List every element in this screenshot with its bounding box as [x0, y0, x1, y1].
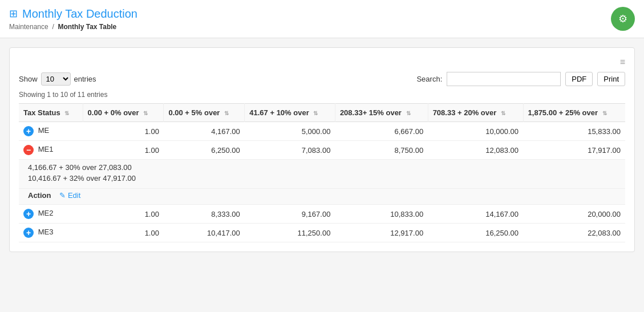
- tax-status-value: ME: [38, 126, 50, 135]
- cell-col5: 12,083.00: [428, 141, 523, 160]
- tax-status-value: ME1: [38, 145, 54, 153]
- cell-tax-status: + ME2: [19, 205, 83, 224]
- search-label: Search:: [416, 75, 442, 83]
- cell-col5: 14,167.00: [428, 205, 523, 224]
- search-input[interactable]: [447, 72, 561, 86]
- edit-label: Edit: [68, 191, 80, 200]
- page-header: ⊞ Monthly Tax Deduction Maintenance / Mo…: [0, 0, 644, 38]
- cell-col5: 16,250.00: [428, 224, 523, 242]
- cell-col1: 1.00: [83, 224, 164, 242]
- controls-row: Show 10 25 50 100 entries Search: PDF Pr…: [19, 72, 625, 86]
- cell-col4: 6,667.00: [335, 122, 428, 141]
- expand-button[interactable]: +: [23, 209, 34, 219]
- sort-icon-20pct[interactable]: ⇅: [501, 110, 505, 116]
- expand-button[interactable]: +: [23, 126, 34, 136]
- cell-col1: 1.00: [83, 141, 164, 160]
- entries-label: entries: [74, 75, 96, 83]
- cell-col6: 17,917.00: [523, 141, 625, 160]
- cell-col2: 8,333.00: [164, 205, 245, 224]
- cell-col6: 22,083.00: [523, 224, 625, 242]
- action-label: Action: [28, 191, 51, 200]
- expanded-cell: 4,166.67 + 30% over 27,083.00 10,416.67 …: [19, 160, 625, 189]
- edit-icon: ✎: [59, 191, 66, 200]
- cell-col3: 5,000.00: [245, 122, 335, 141]
- gear-icon: ⚙: [618, 13, 627, 25]
- table-row: + ME 1.00 4,167.00 5,000.00 6,667.00 10,…: [19, 122, 625, 141]
- pdf-button[interactable]: PDF: [565, 72, 593, 86]
- edit-link[interactable]: ✎ Edit: [59, 191, 80, 200]
- action-cell: Action ✎ Edit: [19, 189, 625, 205]
- sort-icon-25pct[interactable]: ⇅: [602, 110, 607, 116]
- entries-select[interactable]: 10 25 50 100: [41, 72, 71, 86]
- cell-col4: 10,833.00: [335, 205, 428, 224]
- grid-icon: ⊞: [9, 7, 18, 20]
- expand-button[interactable]: +: [23, 228, 34, 238]
- entries-info: Showing 1 to 10 of 11 entries: [19, 91, 625, 99]
- sort-icon-5pct[interactable]: ⇅: [224, 110, 229, 116]
- table-row: − ME1 1.00 6,250.00 7,083.00 8,750.00 12…: [19, 141, 625, 160]
- table-row: + ME2 1.00 8,333.00 9,167.00 10,833.00 1…: [19, 205, 625, 224]
- breadcrumb-current: Monthly Tax Table: [58, 23, 116, 31]
- col-5pct: 0.00 + 5% over ⇅: [164, 104, 245, 122]
- cell-tax-status: + ME3: [19, 224, 83, 242]
- cell-col1: 1.00: [83, 122, 164, 141]
- tax-status-value: ME3: [38, 228, 54, 236]
- data-card: ≡ Show 10 25 50 100 entries Search: PDF …: [9, 47, 635, 252]
- action-row: Action ✎ Edit: [19, 189, 625, 205]
- col-15pct: 208.33+ 15% over ⇅: [335, 104, 428, 122]
- cell-col6: 20,000.00: [523, 205, 625, 224]
- cell-col3: 9,167.00: [245, 205, 335, 224]
- extra-line-1: 4,166.67 + 30% over 27,083.00: [28, 163, 621, 172]
- cell-tax-status: + ME: [19, 122, 83, 141]
- card-menu-icon[interactable]: ≡: [620, 57, 625, 67]
- cell-col1: 1.00: [83, 205, 164, 224]
- cell-col2: 10,417.00: [164, 224, 245, 242]
- col-tax-status: Tax Status ⇅: [19, 104, 83, 122]
- extra-line-2: 10,416.67 + 32% over 47,917.00: [28, 174, 621, 183]
- cell-col2: 4,167.00: [164, 122, 245, 141]
- table-row: + ME3 1.00 10,417.00 11,250.00 12,917.00…: [19, 224, 625, 242]
- expanded-row: 4,166.67 + 30% over 27,083.00 10,416.67 …: [19, 160, 625, 189]
- breadcrumb-parent[interactable]: Maintenance: [9, 23, 48, 31]
- sort-icon-tax-status[interactable]: ⇅: [64, 110, 69, 116]
- cell-col6: 15,833.00: [523, 122, 625, 141]
- table-body: + ME 1.00 4,167.00 5,000.00 6,667.00 10,…: [19, 122, 625, 242]
- col-10pct: 41.67 + 10% over ⇅: [245, 104, 335, 122]
- expanded-content: 4,166.67 + 30% over 27,083.00 10,416.67 …: [28, 163, 621, 183]
- print-button[interactable]: Print: [597, 72, 625, 86]
- show-entries: Show 10 25 50 100 entries: [19, 72, 96, 86]
- cell-col3: 7,083.00: [245, 141, 335, 160]
- show-label: Show: [19, 75, 38, 83]
- search-row: Search: PDF Print: [416, 72, 625, 86]
- gear-button[interactable]: ⚙: [611, 7, 635, 31]
- tax-status-value: ME2: [38, 209, 54, 217]
- card-menu-row: ≡: [19, 57, 625, 67]
- cell-col5: 10,000.00: [428, 122, 523, 141]
- breadcrumb: Maintenance / Monthly Tax Table: [9, 23, 137, 31]
- cell-col3: 11,250.00: [245, 224, 335, 242]
- sort-icon-10pct[interactable]: ⇅: [313, 110, 318, 116]
- page-title: ⊞ Monthly Tax Deduction: [9, 7, 137, 21]
- sort-icon-0pct[interactable]: ⇅: [143, 110, 148, 116]
- cell-col2: 6,250.00: [164, 141, 245, 160]
- table-header-row: Tax Status ⇅ 0.00 + 0% over ⇅ 0.00 + 5% …: [19, 104, 625, 122]
- col-20pct: 708.33 + 20% over ⇅: [428, 104, 523, 122]
- header-left: ⊞ Monthly Tax Deduction Maintenance / Mo…: [9, 7, 137, 31]
- expand-button[interactable]: −: [23, 145, 34, 155]
- col-25pct: 1,875.00 + 25% over ⇅: [523, 104, 625, 122]
- col-0pct: 0.00 + 0% over ⇅: [83, 104, 164, 122]
- sort-icon-15pct[interactable]: ⇅: [406, 110, 411, 116]
- cell-tax-status: − ME1: [19, 141, 83, 160]
- tax-table: Tax Status ⇅ 0.00 + 0% over ⇅ 0.00 + 5% …: [19, 103, 625, 242]
- cell-col4: 8,750.00: [335, 141, 428, 160]
- cell-col4: 12,917.00: [335, 224, 428, 242]
- main-content: ≡ Show 10 25 50 100 entries Search: PDF …: [0, 38, 644, 261]
